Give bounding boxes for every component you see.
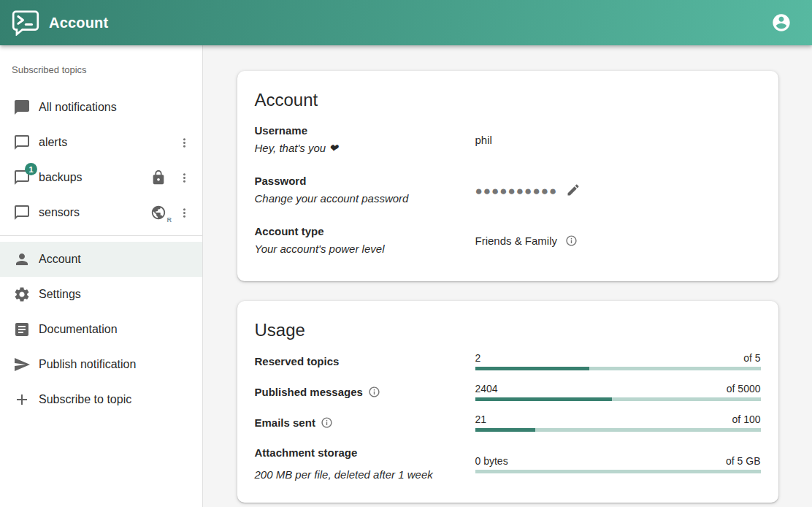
ntfy-logo-icon: [12, 10, 39, 35]
sidebar-item-publish-notification[interactable]: Publish notification: [0, 347, 202, 382]
account-type-description: Your account's power level: [255, 240, 475, 258]
account-circle-icon: [771, 12, 792, 33]
lock-icon: [150, 169, 166, 186]
usage-label-text: Emails sent: [255, 414, 315, 432]
chat-bubble-outline-icon: 1: [13, 169, 31, 186]
attachment-storage-row: Attachment storage 200 MB per file, dele…: [255, 444, 761, 484]
published-messages-label: Published messages: [255, 384, 475, 401]
nav-label: Publish notification: [39, 358, 195, 371]
nav-label: Subscribe to topic: [39, 393, 195, 406]
account-type-value-block: Friends & Family: [475, 233, 761, 248]
sidebar: Subscribed topics All notifications aler…: [0, 45, 203, 507]
info-icon: [368, 386, 380, 398]
topic-menu-button[interactable]: [173, 202, 195, 224]
topic-item-all-notifications[interactable]: All notifications: [0, 90, 202, 125]
unread-count-badge: 1: [25, 163, 37, 175]
topic-label: backups: [39, 171, 150, 184]
nav-label: Documentation: [39, 323, 195, 336]
globe-reserved-icon: R: [150, 205, 166, 221]
chat-bubble-outline-icon: [13, 204, 31, 221]
reserved-marker: R: [167, 216, 172, 224]
nav-label: Account: [39, 253, 195, 266]
appbar: Account: [0, 0, 812, 45]
more-vert-icon: [177, 206, 191, 220]
reserved-topics-meter: 2 of 5: [475, 352, 761, 370]
usage-label-text: Published messages: [255, 384, 363, 401]
pencil-icon: [566, 183, 581, 197]
usage-stat-line: 0 bytes of 5 GB: [475, 455, 761, 467]
published-messages-info-button[interactable]: [367, 385, 382, 400]
progress-fill: [475, 397, 613, 401]
reserved-topics-label: Reserved topics: [255, 353, 475, 370]
progress-bar: [475, 470, 761, 473]
more-vert-icon: [177, 136, 191, 150]
username-label-block: Username Hey, that's you ❤: [255, 122, 475, 157]
attachment-storage-meter: 0 bytes of 5 GB: [475, 455, 761, 473]
usage-stat-line: 2 of 5: [475, 352, 761, 364]
usage-limit: of 100: [732, 413, 761, 425]
username-description: Hey, that's you ❤: [255, 140, 475, 157]
account-type-info-button[interactable]: [564, 233, 578, 248]
article-icon: [13, 321, 31, 338]
published-messages-meter: 2404 of 5000: [475, 383, 761, 401]
usage-value: 2404: [475, 383, 498, 394]
emails-sent-row: Emails sent 21 of 100: [255, 413, 761, 432]
username-row: Username Hey, that's you ❤ phil: [255, 122, 761, 157]
account-type-row: Account type Your account's power level …: [255, 223, 761, 258]
attachment-storage-description: 200 MB per file, deleted after 1 week: [255, 466, 475, 484]
usage-label-text: Reserved topics: [255, 353, 340, 370]
topic-label: All notifications: [39, 101, 195, 114]
password-label-block: Password Change your account password: [255, 172, 475, 207]
sidebar-item-settings[interactable]: Settings: [0, 277, 202, 312]
usage-card: Usage Reserved topics 2 of 5 Pu: [237, 301, 778, 503]
password-description: Change your account password: [255, 190, 475, 207]
sidebar-item-documentation[interactable]: Documentation: [0, 312, 202, 347]
subscribed-topics-heading: Subscribed topics: [0, 54, 202, 90]
info-icon: [321, 416, 333, 429]
progress-bar: [475, 397, 761, 401]
password-row: Password Change your account password ●●…: [255, 172, 761, 207]
chat-bubble-outline-icon: [13, 134, 31, 151]
topic-label: sensors: [39, 206, 150, 219]
topic-item-alerts[interactable]: alerts: [0, 125, 202, 160]
nav-label: Settings: [39, 288, 195, 301]
account-card-title: Account: [255, 90, 761, 110]
usage-stat-line: 21 of 100: [475, 413, 761, 425]
progress-bar: [475, 428, 761, 432]
gear-icon: [13, 286, 31, 303]
plus-icon: [13, 391, 31, 408]
reserved-topics-row: Reserved topics 2 of 5: [255, 352, 761, 370]
progress-fill: [475, 428, 535, 432]
progress-fill: [475, 367, 589, 370]
password-label: Password: [255, 172, 475, 190]
account-type-label-block: Account type Your account's power level: [255, 223, 475, 258]
topic-item-backups[interactable]: 1 backups: [0, 160, 202, 195]
sidebar-item-account[interactable]: Account: [0, 242, 202, 277]
send-icon: [13, 356, 31, 373]
password-masked-value: ●●●●●●●●●●: [475, 185, 558, 197]
topic-menu-button[interactable]: [173, 131, 195, 153]
sidebar-item-subscribe-to-topic[interactable]: Subscribe to topic: [0, 382, 202, 417]
emails-sent-label: Emails sent: [255, 414, 475, 432]
account-type-value: Friends & Family: [475, 235, 558, 247]
usage-label-text: Attachment storage: [255, 444, 358, 462]
info-icon: [565, 235, 578, 247]
emails-sent-info-button[interactable]: [320, 416, 334, 430]
edit-password-button[interactable]: [564, 180, 583, 199]
account-menu-button[interactable]: [767, 8, 796, 37]
username-label: Username: [255, 122, 475, 140]
password-value-block: ●●●●●●●●●●: [475, 180, 761, 199]
usage-stat-line: 2404 of 5000: [475, 383, 761, 394]
usage-value: 2: [475, 352, 481, 364]
usage-limit: of 5: [743, 352, 760, 364]
published-messages-row: Published messages 2404 of 5000: [255, 383, 761, 401]
topic-menu-button[interactable]: [173, 167, 195, 188]
page-title: Account: [49, 15, 108, 31]
usage-value: 21: [475, 413, 487, 425]
account-type-label: Account type: [255, 223, 475, 240]
usage-limit: of 5 GB: [726, 455, 760, 467]
more-vert-icon: [177, 171, 191, 185]
sidebar-divider: [0, 235, 202, 236]
chat-bubble-filled-icon: [13, 99, 31, 116]
topic-item-sensors[interactable]: sensors R: [0, 195, 202, 230]
